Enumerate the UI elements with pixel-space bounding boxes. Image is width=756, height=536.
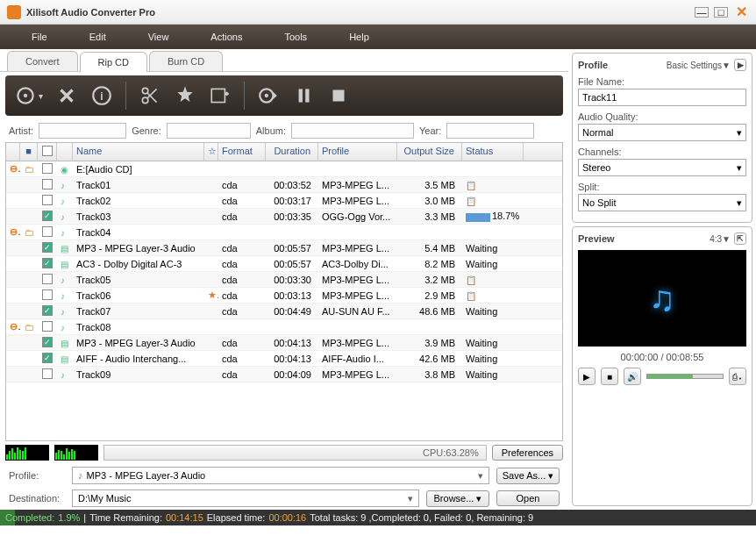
save-as-button[interactable]: Save As... ▾ — [496, 468, 560, 484]
row-checkbox[interactable] — [42, 242, 53, 253]
profile-panel-title: Profile — [578, 60, 608, 70]
year-input[interactable] — [446, 123, 534, 139]
cell-name: Track05 — [73, 274, 204, 286]
file-type-icon: ♪ — [61, 370, 65, 380]
table-row[interactable]: ▤ AC3 - Dolby Digital AC-3cda00:05:57AC3… — [6, 256, 562, 272]
tab-convert[interactable]: Convert — [7, 51, 78, 71]
row-checkbox[interactable] — [42, 305, 53, 316]
col-format[interactable]: Format — [218, 143, 266, 161]
expand-icon[interactable]: ⊖ — [10, 226, 20, 237]
table-row[interactable]: ♪Track06★cda00:03:13MP3-MPEG L...2.9 MB📋 — [6, 288, 562, 304]
panel-expand-button[interactable]: ▶ — [734, 59, 746, 71]
aspect-ratio-button[interactable]: 4:3▼ — [710, 234, 731, 244]
table-row[interactable]: ▤ MP3 - MPEG Layer-3 Audiocda00:05:57MP3… — [6, 240, 562, 256]
table-row[interactable]: ♪Track07cda00:04:49AU-SUN AU F...48.6 MB… — [6, 304, 562, 319]
profile-combo[interactable]: ♪MP3 - MPEG Layer-3 Audio▾ — [72, 467, 489, 484]
close-button[interactable]: ✕ — [733, 7, 749, 18]
svg-rect-9 — [333, 90, 345, 102]
effects-button[interactable] — [174, 84, 196, 107]
preview-popout-button[interactable]: ⇱ — [734, 232, 746, 245]
cell-status: Waiting — [462, 305, 524, 318]
cell-status: Waiting — [462, 337, 524, 349]
channels-select[interactable]: Stereo▾ — [578, 159, 746, 176]
row-checkbox[interactable] — [42, 368, 53, 379]
col-profile[interactable]: Profile — [318, 143, 397, 161]
menu-help[interactable]: Help — [328, 28, 390, 46]
table-row[interactable]: ♪Track01cda00:03:52MP3-MPEG L...3.5 MB📋 — [6, 177, 562, 193]
load-cd-button[interactable]: ▾ — [14, 84, 43, 107]
row-checkbox[interactable] — [42, 258, 53, 268]
maximize-button[interactable]: □ — [714, 7, 728, 18]
row-checkbox[interactable] — [42, 321, 53, 332]
filename-input[interactable] — [578, 89, 746, 106]
col-output[interactable]: Output Size — [397, 143, 462, 161]
delete-button[interactable] — [55, 84, 78, 107]
cell-output: 48.6 MB — [397, 305, 462, 318]
table-row[interactable]: ▤ MP3 - MPEG Layer-3 Audiocda00:04:13MP3… — [6, 335, 562, 351]
preview-mute-button[interactable]: 🔊 — [624, 368, 641, 385]
svg-point-1 — [24, 94, 27, 97]
table-row[interactable]: ♪Track02cda00:03:17MP3-MPEG L...3.0 MB📋 — [6, 193, 562, 209]
cell-profile: AC3-Dolby Di... — [318, 258, 397, 270]
row-checkbox[interactable] — [42, 179, 53, 189]
browse-button[interactable]: Browse... ▾ — [426, 490, 489, 507]
tab-rip-cd[interactable]: Rip CD — [80, 52, 147, 72]
basic-settings-button[interactable]: Basic Settings▼ — [667, 61, 731, 70]
row-checkbox[interactable] — [42, 211, 53, 221]
col-name[interactable]: Name — [73, 143, 204, 161]
menu-edit[interactable]: Edit — [68, 28, 127, 46]
cell-name: MP3 - MPEG Layer-3 Audio — [73, 337, 204, 349]
pause-button[interactable] — [292, 84, 315, 107]
cell-name: Track07 — [73, 305, 204, 318]
menu-actions[interactable]: Actions — [189, 28, 263, 46]
cell-status: Waiting — [462, 242, 524, 254]
table-row[interactable]: ⊖🗀♪Track08 — [6, 319, 562, 335]
table-row[interactable]: ♪Track05cda00:03:30MP3-MPEG L...3.2 MB📋 — [6, 272, 562, 288]
expand-icon[interactable]: ⊖ — [10, 321, 20, 332]
row-checkbox[interactable] — [42, 337, 53, 347]
row-checkbox[interactable] — [42, 274, 53, 284]
table-row[interactable]: ♪Track03cda00:03:35OGG-Ogg Vor...3.3 MB1… — [6, 209, 562, 225]
minimize-button[interactable]: — — [695, 7, 709, 18]
stop-button[interactable] — [327, 84, 350, 107]
expand-icon[interactable]: ⊖ — [10, 163, 20, 174]
split-label: Split: — [578, 182, 746, 192]
table-row[interactable]: ▤ AIFF - Audio Interchang...cda00:04:13A… — [6, 351, 562, 367]
row-checkbox[interactable] — [42, 226, 53, 237]
open-button[interactable]: Open — [496, 490, 560, 506]
col-duration[interactable]: Duration — [266, 143, 318, 161]
cell-profile: MP3-MPEG L... — [318, 179, 397, 191]
dest-combo[interactable]: D:\My Music▾ — [72, 490, 419, 507]
add-profile-button[interactable] — [209, 84, 232, 107]
volume-slider[interactable] — [646, 374, 724, 379]
rip-button[interactable] — [257, 84, 280, 107]
row-checkbox[interactable] — [42, 163, 53, 174]
table-row[interactable]: ⊖🗀♪Track04 — [6, 225, 562, 240]
tab-burn-cd[interactable]: Burn CD — [149, 51, 223, 71]
row-checkbox[interactable] — [42, 353, 53, 363]
album-input[interactable] — [291, 123, 414, 139]
artist-input[interactable] — [39, 123, 126, 139]
cell-name: E:[Audio CD] — [73, 163, 204, 175]
table-row[interactable]: ♪Track09cda00:04:09MP3-MPEG L...3.8 MBWa… — [6, 367, 562, 382]
menu-file[interactable]: File — [11, 28, 68, 46]
clipboard-icon: 📋 — [466, 275, 476, 285]
grid-body[interactable]: ⊖🗀◉E:[Audio CD]♪Track01cda00:03:52MP3-MP… — [6, 161, 562, 440]
row-checkbox[interactable] — [42, 289, 53, 300]
clip-button[interactable] — [139, 84, 161, 107]
split-select[interactable]: No Split▾ — [578, 194, 746, 211]
cell-output: 3.3 MB — [397, 211, 462, 223]
quality-select[interactable]: Normal▾ — [578, 124, 746, 141]
cell-duration — [266, 326, 318, 328]
info-button[interactable]: i — [90, 84, 113, 107]
row-checkbox[interactable] — [42, 195, 53, 205]
genre-input[interactable] — [167, 123, 251, 139]
preview-snapshot-button[interactable]: ⎙▾ — [729, 368, 746, 385]
menu-view[interactable]: View — [127, 28, 190, 46]
menu-tools[interactable]: Tools — [263, 28, 328, 46]
preview-play-button[interactable]: ▶ — [578, 368, 596, 385]
preferences-button[interactable]: Preferences — [492, 445, 563, 461]
preview-stop-button[interactable]: ■ — [601, 368, 618, 385]
table-row[interactable]: ⊖🗀◉E:[Audio CD] — [6, 161, 562, 177]
col-status[interactable]: Status — [462, 143, 524, 161]
